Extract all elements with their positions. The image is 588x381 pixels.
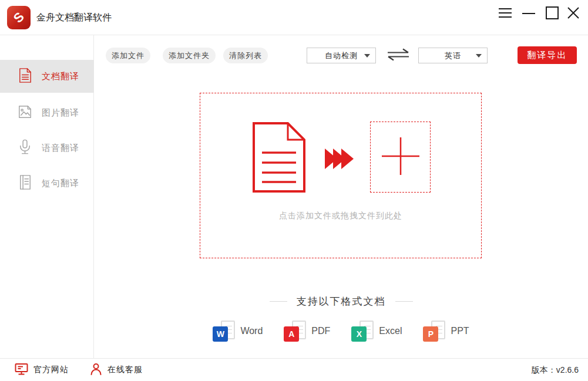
formats-title: 支持以下格式文档 [297, 295, 386, 308]
clear-list-button[interactable]: 清除列表 [223, 48, 268, 63]
app-logo-icon: S [7, 6, 31, 29]
format-label: PPT [451, 326, 469, 336]
sidebar-item-voice-translate[interactable]: 语音翻译 [0, 132, 94, 164]
format-item-excel: X Excel [351, 321, 402, 342]
format-item-pdf: A PDF [284, 321, 330, 342]
triple-arrow-icon [325, 148, 354, 172]
target-language-value: 英语 [445, 50, 461, 61]
sidebar-item-document-translate[interactable]: 文档翻译 [0, 60, 94, 93]
swap-arrows-icon [386, 48, 411, 63]
close-icon [567, 6, 580, 21]
logo-glyph: S [11, 9, 28, 26]
ppt-file-icon: P [423, 321, 445, 342]
excel-file-icon: X [351, 321, 374, 342]
sidebar-item-phrase-translate[interactable]: 短句翻译 [0, 167, 94, 200]
monitor-icon [15, 363, 28, 377]
microphone-icon [16, 138, 34, 159]
sidebar-item-image-translate[interactable]: 图片翻译 [0, 96, 94, 129]
official-website-link[interactable]: 官方网站 [15, 363, 69, 377]
online-service-label: 在线客服 [107, 365, 143, 375]
menu-button[interactable] [496, 4, 515, 23]
source-language-select[interactable]: 自动检测 [307, 48, 376, 63]
swap-languages-button[interactable] [385, 47, 412, 63]
format-label: PDF [311, 326, 330, 336]
person-icon [90, 363, 102, 377]
close-button[interactable] [564, 4, 583, 23]
phrase-list-icon [16, 173, 34, 194]
minimize-icon [522, 8, 536, 20]
formats-title-row: 支持以下格式文档 [94, 295, 588, 308]
chevron-down-icon [364, 54, 370, 58]
translate-export-button[interactable]: 翻译导出 [518, 46, 577, 64]
sidebar-item-label: 文档翻译 [42, 71, 79, 82]
add-folder-button[interactable]: 添加文件夹 [163, 48, 216, 63]
chevron-down-icon [476, 54, 482, 58]
target-language-select[interactable]: 英语 [418, 48, 488, 63]
sidebar-item-label: 语音翻译 [42, 143, 79, 154]
official-website-label: 官方网站 [33, 365, 69, 375]
format-label: Word [240, 326, 263, 336]
divider [395, 301, 413, 302]
add-file-button[interactable]: 添加文件 [106, 48, 150, 63]
app-title: 金舟文档翻译软件 [36, 0, 112, 35]
sidebar: 文档翻译 图片翻译 语音翻译 [0, 35, 94, 358]
plus-icon [382, 137, 419, 177]
app-window: S 金舟文档翻译软件 [0, 0, 588, 381]
source-language-value: 自动检测 [325, 50, 358, 61]
formats-row: W Word A PDF X Excel P PPT [94, 321, 588, 342]
sidebar-item-label: 图片翻译 [42, 107, 79, 119]
word-file-icon: W [213, 321, 235, 342]
version-label: 版本：v2.6.6 [532, 359, 579, 381]
document-outline-icon [252, 122, 306, 195]
document-icon [16, 66, 34, 87]
add-file-target[interactable] [370, 122, 431, 193]
status-bar: 官方网站 在线客服 版本：v2.6.6 [0, 358, 588, 381]
sidebar-item-label: 短句翻译 [42, 178, 79, 189]
format-item-ppt: P PPT [423, 321, 469, 342]
title-bar: S 金舟文档翻译软件 [0, 0, 588, 35]
online-service-link[interactable]: 在线客服 [90, 363, 143, 377]
maximize-icon [545, 6, 559, 22]
divider [270, 301, 287, 302]
pdf-file-icon: A [284, 321, 306, 342]
format-item-word: W Word [213, 321, 263, 342]
maximize-button[interactable] [543, 4, 562, 23]
file-drop-zone[interactable]: 点击添加文件或拖拽文件到此处 [200, 93, 482, 258]
minimize-button[interactable] [519, 4, 538, 23]
format-label: Excel [379, 326, 402, 336]
dropzone-hint: 点击添加文件或拖拽文件到此处 [200, 211, 481, 221]
hamburger-icon [498, 8, 512, 20]
image-icon [16, 103, 34, 123]
